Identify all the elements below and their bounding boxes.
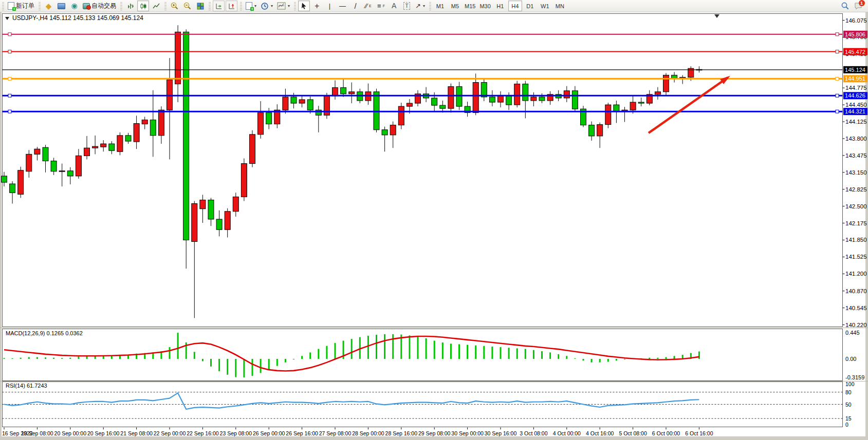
- market-watch-button[interactable]: ◆: [43, 1, 54, 11]
- candle-body[interactable]: [216, 219, 222, 229]
- candle-body[interactable]: [564, 91, 569, 98]
- candle-body[interactable]: [473, 83, 478, 113]
- candle-body[interactable]: [398, 106, 404, 125]
- navigator-button[interactable]: [56, 1, 67, 11]
- candle-body[interactable]: [26, 154, 32, 171]
- candle-body[interactable]: [382, 130, 387, 135]
- candle-body[interactable]: [117, 136, 123, 151]
- candle-body[interactable]: [299, 100, 305, 103]
- bar-chart-button[interactable]: [124, 1, 136, 11]
- candle-body[interactable]: [341, 88, 346, 94]
- timeframe-button-d1[interactable]: D1: [523, 1, 537, 11]
- candle-body[interactable]: [266, 112, 272, 124]
- candle-body[interactable]: [589, 125, 595, 136]
- crosshair-button[interactable]: +: [311, 1, 323, 11]
- line-handle[interactable]: [836, 94, 839, 97]
- candle-body[interactable]: [448, 87, 454, 109]
- candle-body[interactable]: [432, 98, 437, 105]
- candle-body[interactable]: [605, 105, 611, 124]
- candle-body[interactable]: [34, 149, 40, 154]
- candle-body[interactable]: [192, 204, 197, 242]
- candle-body[interactable]: [84, 148, 90, 156]
- candle-body[interactable]: [125, 136, 131, 141]
- candle-body[interactable]: [183, 32, 189, 240]
- candle-body[interactable]: [291, 97, 297, 103]
- candle-body[interactable]: [18, 170, 24, 195]
- toolbar-grip[interactable]: [2, 2, 4, 10]
- chart-area[interactable]: 146.075145.750145.425144.775144.450144.1…: [0, 12, 868, 440]
- candle-body[interactable]: [67, 171, 73, 176]
- candle-body[interactable]: [10, 184, 15, 193]
- candle-body[interactable]: [333, 88, 338, 96]
- candle-body[interactable]: [523, 84, 528, 101]
- chat-button[interactable]: 1: [852, 1, 864, 11]
- templates-button[interactable]: ▾: [275, 1, 291, 11]
- toolbar-grip[interactable]: [429, 2, 431, 10]
- search-button[interactable]: [839, 1, 851, 11]
- candle-body[interactable]: [200, 200, 206, 208]
- text-button[interactable]: A: [388, 1, 400, 11]
- candle-body[interactable]: [539, 97, 545, 101]
- candle-body[interactable]: [233, 197, 238, 211]
- timeframe-button-m30[interactable]: M30: [478, 1, 492, 11]
- candle-body[interactable]: [456, 87, 462, 106]
- trendline-button[interactable]: /: [349, 1, 361, 11]
- candle-body[interactable]: [663, 75, 669, 91]
- candle-body[interactable]: [349, 92, 355, 94]
- candle-body[interactable]: [531, 97, 537, 101]
- tile-windows-button[interactable]: [194, 1, 206, 11]
- candle-body[interactable]: [2, 176, 7, 182]
- candle-body[interactable]: [51, 161, 57, 171]
- candle-body[interactable]: [101, 144, 106, 147]
- horizontal-line-button[interactable]: —: [337, 1, 348, 11]
- candle-body[interactable]: [150, 120, 156, 135]
- new-order-button[interactable]: + 新订单: [6, 1, 36, 11]
- main-chart-pane[interactable]: [3, 14, 843, 327]
- candle-body[interactable]: [489, 97, 495, 102]
- candle-body[interactable]: [208, 200, 214, 219]
- candle-body[interactable]: [630, 102, 636, 110]
- candle-body[interactable]: [614, 105, 619, 111]
- candle-body[interactable]: [638, 102, 644, 103]
- toolbar-grip[interactable]: [39, 2, 41, 10]
- line-handle[interactable]: [8, 94, 11, 97]
- candle-body[interactable]: [572, 91, 578, 109]
- candlestick-chart-button[interactable]: [137, 1, 149, 11]
- candle-body[interactable]: [76, 156, 81, 176]
- line-handle[interactable]: [836, 50, 839, 53]
- toolbar-grip[interactable]: [120, 2, 122, 10]
- cursor-button[interactable]: [298, 1, 310, 11]
- candle-body[interactable]: [250, 135, 255, 164]
- candle-body[interactable]: [241, 164, 247, 197]
- zoom-in-button[interactable]: [169, 1, 180, 11]
- line-chart-button[interactable]: [150, 1, 162, 11]
- candle-body[interactable]: [407, 103, 412, 106]
- equidistant-channel-button[interactable]: ∕∕E: [362, 1, 374, 11]
- periods-button[interactable]: ▾: [259, 1, 274, 11]
- toolbar-grip[interactable]: [294, 2, 296, 10]
- indicators-button[interactable]: + ▾: [244, 1, 258, 11]
- timeframe-button-m5[interactable]: M5: [448, 1, 462, 11]
- candle-body[interactable]: [655, 92, 660, 94]
- candle-body[interactable]: [390, 125, 396, 135]
- toolbar-grip[interactable]: [164, 2, 167, 10]
- candle-body[interactable]: [514, 84, 520, 105]
- candle-body[interactable]: [440, 105, 446, 108]
- line-handle[interactable]: [8, 50, 11, 53]
- line-handle[interactable]: [836, 110, 839, 113]
- timeframe-button-h4[interactable]: H4: [508, 1, 522, 11]
- candle-body[interactable]: [506, 96, 512, 105]
- candle-body[interactable]: [158, 110, 164, 136]
- fibonacci-button[interactable]: ≡F: [375, 1, 387, 11]
- auto-scroll-button[interactable]: [213, 1, 225, 11]
- candle-body[interactable]: [307, 100, 313, 110]
- candle-body[interactable]: [498, 96, 504, 102]
- candle-body[interactable]: [324, 96, 329, 115]
- candle-body[interactable]: [59, 171, 65, 172]
- chart-shift-button[interactable]: [226, 1, 237, 11]
- timeframe-button-w1[interactable]: W1: [538, 1, 552, 11]
- candle-body[interactable]: [175, 32, 181, 84]
- arrows-button[interactable]: ↗ ▾: [414, 1, 427, 11]
- candle-body[interactable]: [597, 125, 603, 136]
- timeframe-button-mn[interactable]: MN: [553, 1, 567, 11]
